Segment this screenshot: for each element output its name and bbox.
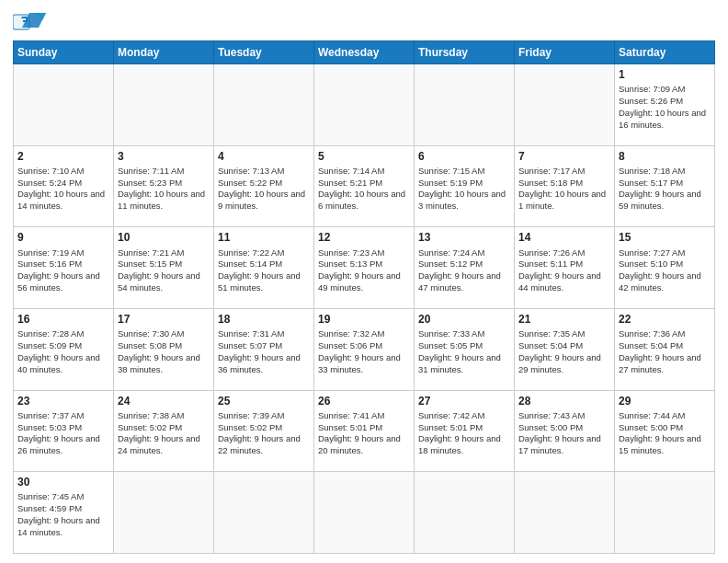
day-info-line: Sunset: 5:12 PM (418, 259, 510, 270)
day-info-line: Sunrise: 7:27 AM (619, 247, 711, 259)
day-info-line: Daylight: 9 hours and 22 minutes. (218, 433, 310, 457)
calendar-cell (615, 472, 715, 554)
calendar-table: SundayMondayTuesdayWednesdayThursdayFrid… (13, 40, 715, 554)
day-number: 16 (17, 312, 109, 327)
day-number: 13 (418, 230, 510, 245)
calendar-cell (314, 64, 415, 146)
day-info-line: Sunrise: 7:15 AM (418, 166, 510, 178)
page: SundayMondayTuesdayWednesdayThursdayFrid… (0, 0, 728, 563)
logo-icon (13, 9, 46, 35)
day-info-line: Sunrise: 7:10 AM (17, 166, 109, 178)
day-info-line: Daylight: 9 hours and 20 minutes. (318, 433, 410, 457)
day-info-line: Sunset: 5:04 PM (619, 340, 711, 352)
calendar-cell: 9Sunrise: 7:19 AMSunset: 5:16 PMDaylight… (14, 227, 114, 309)
day-number: 25 (218, 394, 310, 408)
day-info-line: Sunset: 5:14 PM (218, 259, 310, 270)
day-info-line: Sunset: 5:16 PM (17, 259, 109, 270)
weekday-tuesday: Tuesday (214, 41, 314, 64)
day-number: 4 (218, 149, 310, 164)
calendar-cell: 4Sunrise: 7:13 AMSunset: 5:22 PMDaylight… (214, 145, 314, 227)
week-row-1: 1Sunrise: 7:09 AMSunset: 5:26 PMDaylight… (14, 64, 715, 146)
calendar-cell: 27Sunrise: 7:42 AMSunset: 5:01 PMDayligh… (415, 390, 515, 472)
calendar-cell: 10Sunrise: 7:21 AMSunset: 5:15 PMDayligh… (114, 227, 214, 309)
calendar-cell: 12Sunrise: 7:23 AMSunset: 5:13 PMDayligh… (314, 227, 415, 309)
day-info-line: Sunset: 5:26 PM (619, 96, 711, 108)
day-number: 15 (619, 230, 711, 245)
day-info-line: Daylight: 9 hours and 15 minutes. (619, 433, 711, 457)
day-info-line: Sunrise: 7:17 AM (518, 166, 610, 178)
day-info-line: Sunset: 5:03 PM (17, 422, 109, 434)
weekday-wednesday: Wednesday (314, 41, 415, 64)
day-number: 19 (318, 312, 410, 327)
day-info-line: Daylight: 9 hours and 27 minutes. (619, 352, 711, 376)
week-row-3: 9Sunrise: 7:19 AMSunset: 5:16 PMDaylight… (14, 227, 715, 309)
day-info-line: Sunrise: 7:11 AM (118, 166, 210, 178)
day-info-line: Daylight: 9 hours and 17 minutes. (518, 433, 610, 457)
calendar-cell: 25Sunrise: 7:39 AMSunset: 5:02 PMDayligh… (214, 390, 314, 472)
day-info-line: Daylight: 9 hours and 26 minutes. (17, 433, 109, 457)
calendar-cell (415, 64, 515, 146)
day-info-line: Daylight: 9 hours and 24 minutes. (118, 433, 210, 457)
day-info-line: Daylight: 10 hours and 3 minutes. (418, 189, 510, 213)
calendar-cell (515, 64, 615, 146)
day-info-line: Sunset: 5:06 PM (318, 340, 410, 352)
day-info-line: Sunset: 5:02 PM (118, 422, 210, 434)
calendar-cell: 24Sunrise: 7:38 AMSunset: 5:02 PMDayligh… (114, 390, 214, 472)
calendar-cell: 5Sunrise: 7:14 AMSunset: 5:21 PMDaylight… (314, 145, 415, 227)
day-info-line: Daylight: 9 hours and 29 minutes. (518, 352, 610, 376)
day-info-line: Sunrise: 7:38 AM (118, 410, 210, 422)
day-info-line: Sunrise: 7:45 AM (17, 491, 109, 503)
weekday-monday: Monday (114, 41, 214, 64)
calendar-cell (114, 472, 214, 554)
week-row-6: 30Sunrise: 7:45 AMSunset: 4:59 PMDayligh… (14, 472, 715, 554)
day-number: 6 (418, 149, 510, 164)
calendar-cell: 16Sunrise: 7:28 AMSunset: 5:09 PMDayligh… (14, 308, 114, 390)
day-info-line: Sunset: 5:21 PM (318, 178, 410, 190)
day-info-line: Daylight: 9 hours and 49 minutes. (318, 270, 410, 294)
calendar-cell: 30Sunrise: 7:45 AMSunset: 4:59 PMDayligh… (14, 472, 114, 554)
calendar-cell (314, 472, 415, 554)
weekday-sunday: Sunday (14, 41, 114, 64)
day-info-line: Daylight: 10 hours and 14 minutes. (17, 189, 109, 213)
day-info-line: Sunrise: 7:44 AM (619, 410, 711, 422)
weekday-header-row: SundayMondayTuesdayWednesdayThursdayFrid… (14, 41, 715, 64)
day-info-line: Daylight: 10 hours and 11 minutes. (118, 189, 210, 213)
day-number: 2 (17, 149, 109, 164)
day-info-line: Sunrise: 7:41 AM (318, 410, 410, 422)
day-number: 18 (218, 312, 310, 327)
day-info-line: Sunset: 5:24 PM (17, 178, 109, 190)
week-row-4: 16Sunrise: 7:28 AMSunset: 5:09 PMDayligh… (14, 308, 715, 390)
day-number: 9 (17, 230, 109, 245)
day-info-line: Sunrise: 7:30 AM (118, 328, 210, 340)
calendar-cell: 28Sunrise: 7:43 AMSunset: 5:00 PMDayligh… (515, 390, 615, 472)
day-info-line: Sunrise: 7:31 AM (218, 328, 310, 340)
weekday-saturday: Saturday (615, 41, 715, 64)
day-number: 20 (418, 312, 510, 327)
day-number: 27 (418, 394, 510, 408)
calendar-cell: 8Sunrise: 7:18 AMSunset: 5:17 PMDaylight… (615, 145, 715, 227)
logo (13, 9, 50, 35)
day-info-line: Sunset: 5:11 PM (518, 259, 610, 270)
day-info-line: Sunrise: 7:22 AM (218, 247, 310, 259)
day-number: 3 (118, 149, 210, 164)
day-info-line: Daylight: 9 hours and 42 minutes. (619, 270, 711, 294)
day-number: 11 (218, 230, 310, 245)
day-number: 8 (619, 149, 711, 164)
day-info-line: Sunrise: 7:28 AM (17, 328, 109, 340)
day-info-line: Sunset: 5:13 PM (318, 259, 410, 270)
day-number: 29 (619, 394, 711, 408)
day-info-line: Sunset: 5:01 PM (418, 422, 510, 434)
calendar-cell (214, 64, 314, 146)
day-info-line: Sunrise: 7:23 AM (318, 247, 410, 259)
day-info-line: Sunset: 5:00 PM (619, 422, 711, 434)
day-number: 14 (518, 230, 610, 245)
day-info-line: Daylight: 10 hours and 1 minute. (518, 189, 610, 213)
day-info-line: Sunset: 5:18 PM (518, 178, 610, 190)
day-info-line: Sunset: 5:17 PM (619, 178, 711, 190)
day-number: 24 (118, 394, 210, 408)
day-info-line: Daylight: 9 hours and 14 minutes. (17, 515, 109, 539)
day-info-line: Sunset: 5:04 PM (518, 340, 610, 352)
day-info-line: Daylight: 9 hours and 54 minutes. (118, 270, 210, 294)
day-info-line: Sunrise: 7:36 AM (619, 328, 711, 340)
day-number: 10 (118, 230, 210, 245)
